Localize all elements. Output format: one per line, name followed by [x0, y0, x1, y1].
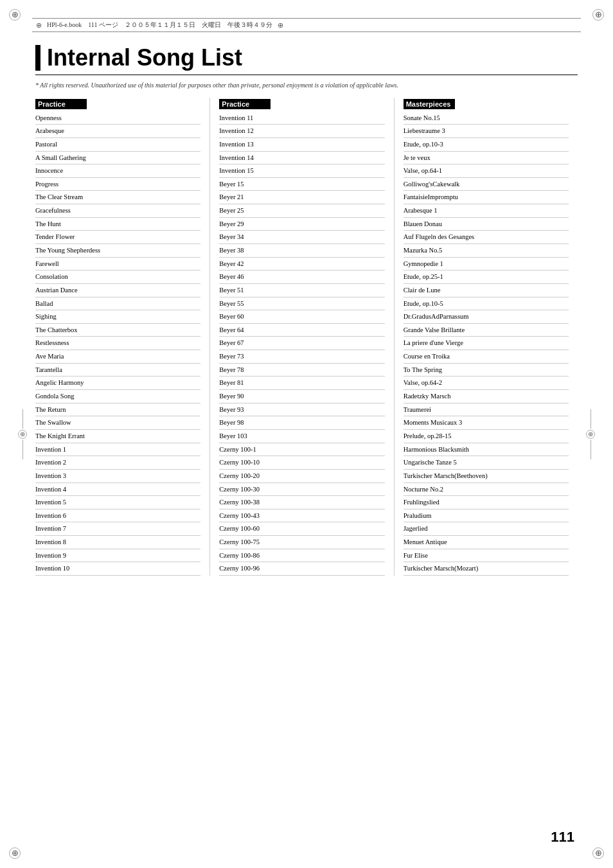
column-1-list: Invention 11Invention 12Invention 13Inve…: [219, 112, 384, 576]
list-item: Menuet Antique: [404, 536, 569, 549]
list-item: Beyer 93: [219, 403, 384, 417]
list-item: Je te veux: [404, 152, 569, 165]
list-item: Invention 14: [219, 152, 384, 165]
list-item: Beyer 38: [219, 244, 384, 258]
list-item: Etude, op.10-3: [404, 138, 569, 152]
header-icon-left: ⊕: [36, 21, 42, 30]
column-0-list: OpennessArabesquePastoralA Small Gatheri…: [35, 112, 200, 576]
list-item: Radetzky Marsch: [404, 390, 569, 403]
header-bar: ⊕ HPl-6-e.book 111 ページ ２００５年１１月１５日 火曜日 午…: [32, 18, 581, 32]
side-mark-right: ⊕: [586, 409, 595, 459]
list-item: The Hunt: [35, 218, 200, 231]
list-item: Etude, op.10-5: [404, 297, 569, 311]
list-item: Beyer 78: [219, 364, 384, 377]
list-item: Harmonious Blacksmith: [404, 443, 569, 457]
columns-wrapper: PracticeOpennessArabesquePastoralA Small…: [35, 98, 578, 576]
list-item: Fruhlingslied: [404, 496, 569, 509]
list-item: Progress: [35, 178, 200, 191]
list-item: Nocturne No.2: [404, 483, 569, 497]
list-item: Beyer 55: [219, 297, 384, 311]
list-item: Beyer 51: [219, 284, 384, 297]
list-item: Sonate No.15: [404, 112, 569, 125]
list-item: The Clear Stream: [35, 191, 200, 204]
list-item: Arabesque 1: [404, 204, 569, 218]
list-item: Invention 5: [35, 496, 200, 509]
list-item: To The Spring: [404, 364, 569, 377]
list-item: Beyer 29: [219, 218, 384, 231]
list-item: Invention 15: [219, 164, 384, 178]
column-0-header: Practice: [35, 99, 87, 109]
list-item: Invention 2: [35, 456, 200, 470]
list-item: Course en Troika: [404, 350, 569, 364]
list-item: Tarantella: [35, 364, 200, 377]
list-item: Invention 13: [219, 138, 384, 152]
corner-mark-tl: [9, 9, 21, 21]
list-item: The Swallow: [35, 416, 200, 430]
list-item: Innocence: [35, 164, 200, 178]
list-item: Valse, op.64-2: [404, 376, 569, 390]
list-item: Invention 7: [35, 522, 200, 536]
list-item: Liebestraume 3: [404, 125, 569, 138]
page-number: 111: [551, 829, 574, 846]
list-item: Restlessness: [35, 337, 200, 350]
list-item: Czerny 100-1: [219, 443, 384, 457]
list-item: Sighing: [35, 310, 200, 324]
corner-mark-tr: [592, 9, 604, 21]
list-item: Grande Valse Brillante: [404, 324, 569, 337]
list-item: Dr.GradusAdParnassum: [404, 310, 569, 324]
list-item: Farewell: [35, 258, 200, 271]
column-2-list: Sonate No.15Liebestraume 3Etude, op.10-3…: [404, 112, 569, 576]
list-item: FantaisieImpromptu: [404, 191, 569, 204]
list-item: Beyer 64: [219, 324, 384, 337]
list-item: The Return: [35, 403, 200, 417]
list-item: Invention 11: [219, 112, 384, 125]
list-item: Beyer 60: [219, 310, 384, 324]
list-item: Invention 10: [35, 562, 200, 576]
list-item: Beyer 81: [219, 376, 384, 390]
list-item: Beyer 103: [219, 430, 384, 443]
list-item: Gondola Song: [35, 390, 200, 403]
page-title: Internal Song List: [35, 45, 578, 71]
list-item: Czerny 100-60: [219, 522, 384, 536]
copyright-note: * All rights reserved. Unauthorized use …: [35, 82, 578, 89]
list-item: Ungarische Tanze 5: [404, 456, 569, 470]
list-item: Etude, op.25-1: [404, 270, 569, 284]
list-item: Beyer 67: [219, 337, 384, 350]
list-item: Invention 3: [35, 470, 200, 483]
list-item: Arabesque: [35, 125, 200, 138]
list-item: Invention 6: [35, 509, 200, 523]
list-item: Blauen Donau: [404, 218, 569, 231]
column-0: PracticeOpennessArabesquePastoralA Small…: [35, 98, 210, 576]
list-item: Gracefulness: [35, 204, 200, 218]
list-item: Auf Flugeln des Gesanges: [404, 231, 569, 244]
list-item: Czerny 100-20: [219, 470, 384, 483]
list-item: Golliwog'sCakewalk: [404, 178, 569, 191]
list-item: Ballad: [35, 297, 200, 311]
corner-mark-bl: [9, 847, 21, 859]
list-item: Turkischer Marsch(Mozart): [404, 562, 569, 576]
list-item: Ave Maria: [35, 350, 200, 364]
page-content: Internal Song List * All rights reserved…: [0, 0, 613, 614]
list-item: Jagerlied: [404, 522, 569, 536]
corner-mark-br: [592, 847, 604, 859]
list-item: The Knight Errant: [35, 430, 200, 443]
list-item: Gymnopedie 1: [404, 258, 569, 271]
list-item: Invention 4: [35, 483, 200, 497]
list-item: Austrian Dance: [35, 284, 200, 297]
list-item: Beyer 42: [219, 258, 384, 271]
column-1: PracticeInvention 11Invention 12Inventio…: [210, 98, 394, 576]
list-item: The Chatterbox: [35, 324, 200, 337]
header-text: HPl-6-e.book 111 ページ ２００５年１１月１５日 火曜日 午後３…: [47, 21, 272, 30]
side-mark-left: ⊕: [18, 409, 27, 459]
list-item: Consolation: [35, 270, 200, 284]
list-item: Czerny 100-75: [219, 536, 384, 549]
list-item: La priere d'une Vierge: [404, 337, 569, 350]
list-item: Praludium: [404, 509, 569, 523]
list-item: Beyer 98: [219, 416, 384, 430]
list-item: Pastoral: [35, 138, 200, 152]
list-item: Mazurka No.5: [404, 244, 569, 258]
list-item: Beyer 21: [219, 191, 384, 204]
list-item: The Young Shepherdess: [35, 244, 200, 258]
list-item: Turkischer Marsch(Beethoven): [404, 470, 569, 483]
list-item: Czerny 100-30: [219, 483, 384, 497]
